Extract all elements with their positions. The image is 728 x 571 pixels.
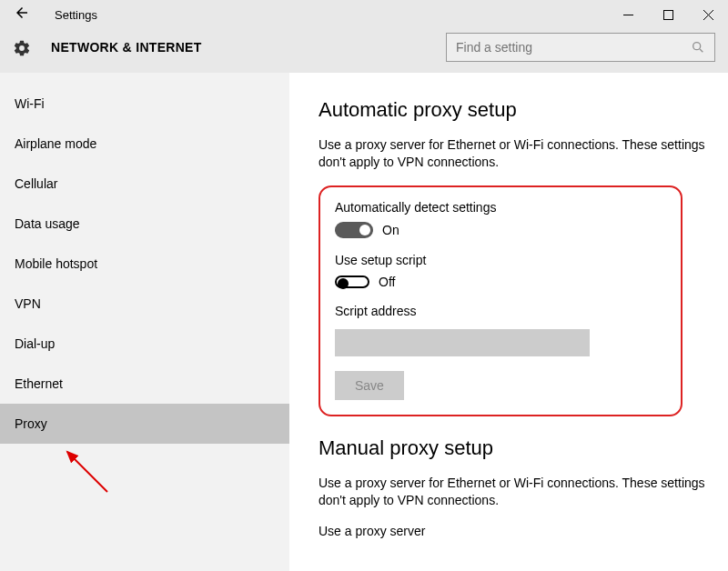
titlebar: Settings [0,0,728,29]
search-box[interactable] [446,33,715,62]
content: Automatic proxy setup Use a proxy server… [289,73,728,571]
minimize-button[interactable] [608,0,648,29]
sidebar-item-wifi[interactable]: Wi-Fi [0,84,289,124]
svg-line-5 [700,49,703,52]
save-button[interactable]: Save [335,371,404,400]
close-icon [703,10,713,20]
sidebar-item-label: Ethernet [15,376,63,391]
auto-detect-toggle[interactable] [335,222,373,238]
auto-detect-state: On [382,223,399,237]
use-proxy-label: Use a proxy server [318,524,710,538]
setup-script-toggle[interactable] [335,275,369,288]
main: Wi-Fi Airplane mode Cellular Data usage … [0,73,728,571]
sidebar-item-proxy[interactable]: Proxy [0,404,289,444]
back-button[interactable] [13,5,31,25]
close-button[interactable] [688,0,728,29]
sidebar-item-cellular[interactable]: Cellular [0,164,289,204]
sidebar-item-label: Cellular [15,176,57,191]
back-arrow-icon [14,5,30,21]
manual-proxy-desc: Use a proxy server for Ethernet or Wi-Fi… [318,475,710,509]
sidebar-item-label: Airplane mode [15,136,96,151]
minimize-icon [623,10,633,20]
sidebar-item-data-usage[interactable]: Data usage [0,204,289,244]
sidebar-item-label: Data usage [15,216,80,231]
sidebar-item-label: Wi-Fi [15,96,45,111]
gear-icon [13,39,31,57]
sidebar-item-label: Dial-up [15,336,55,351]
sidebar-item-label: VPN [15,296,41,311]
setup-script-label: Use setup script [335,253,666,267]
sidebar-item-label: Mobile hotspot [15,256,97,271]
sidebar-item-vpn[interactable]: VPN [0,284,289,324]
setup-script-state: Off [379,275,395,289]
svg-rect-1 [663,10,672,19]
sidebar-item-hotspot[interactable]: Mobile hotspot [0,244,289,284]
header: NETWORK & INTERNET [0,29,728,73]
sidebar-item-dialup[interactable]: Dial-up [0,324,289,364]
annotation-highlight: Automatically detect settings On Use set… [318,185,682,416]
auto-proxy-title: Automatic proxy setup [318,98,710,122]
sidebar-item-ethernet[interactable]: Ethernet [0,364,289,404]
section-title: NETWORK & INTERNET [51,40,202,55]
script-address-label: Script address [335,304,666,318]
search-input[interactable] [456,40,691,55]
sidebar: Wi-Fi Airplane mode Cellular Data usage … [0,73,289,571]
maximize-icon [663,10,673,20]
auto-detect-label: Automatically detect settings [335,200,666,215]
sidebar-item-label: Proxy [15,416,47,431]
window-title: Settings [55,8,97,22]
maximize-button[interactable] [648,0,688,29]
sidebar-item-airplane[interactable]: Airplane mode [0,124,289,164]
search-icon [691,40,705,55]
script-address-input[interactable] [335,329,590,356]
auto-proxy-desc: Use a proxy server for Ethernet or Wi-Fi… [318,136,710,171]
svg-point-4 [693,43,701,50]
manual-proxy-title: Manual proxy setup [318,436,710,460]
